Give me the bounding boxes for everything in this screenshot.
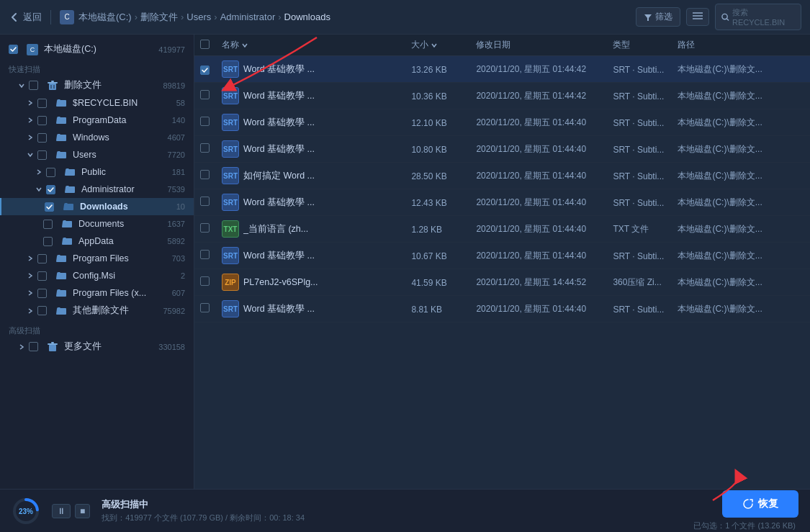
folder-icon-6 xyxy=(64,184,76,195)
table-row[interactable]: ZIP PL7enJ2-v6SPlg... 41.59 KB 2020/11/2… xyxy=(194,269,810,296)
row-check-0[interactable] xyxy=(200,64,222,75)
documents-checkbox[interactable] xyxy=(43,220,53,229)
sidebar-item-admin[interactable]: Administrator 7539 xyxy=(0,181,194,198)
file-checkbox-3[interactable] xyxy=(200,143,210,153)
morefiles-count: 330158 xyxy=(158,343,185,351)
row-check-4[interactable] xyxy=(200,170,222,181)
other-checkbox[interactable] xyxy=(37,306,47,315)
row-check-5[interactable] xyxy=(200,197,222,208)
sidebar-item-other[interactable]: 其他删除文件 75982 xyxy=(0,302,194,320)
header-check[interactable] xyxy=(200,40,222,51)
programfiles-checkbox[interactable] xyxy=(37,254,47,263)
sidebar: C 本地磁盘(C:) 419977 快速扫描 删除文件 89819 xyxy=(0,35,194,489)
file-checkbox-9[interactable] xyxy=(200,303,210,312)
row-type-2: SRT · Subti... xyxy=(613,117,678,128)
row-check-9[interactable] xyxy=(200,303,222,315)
programdata-count: 140 xyxy=(172,116,185,125)
sidebar-item-programfilesx[interactable]: Program Files (x... 607 xyxy=(0,284,194,302)
file-icon-8: ZIP xyxy=(222,274,239,291)
row-name-3: SRT Word 基础教學 ... xyxy=(222,140,411,158)
scan-detail: 找到：419977 个文件 (107.79 GB) / 剩余时间：00: 18:… xyxy=(102,513,682,523)
row-name-8: ZIP PL7enJ2-v6SPlg... xyxy=(222,274,411,291)
sidebar-item-configmsi[interactable]: Config.Msi 2 xyxy=(0,267,194,284)
programdata-checkbox[interactable] xyxy=(37,116,47,125)
sidebar-item-programdata[interactable]: ProgramData 140 xyxy=(0,112,194,129)
file-icon-2: SRT xyxy=(222,114,239,131)
documents-count: 1637 xyxy=(168,220,185,228)
row-name-1: SRT Word 基础教學 ... xyxy=(222,87,411,104)
table-row[interactable]: SRT Word 基础教學 ... 10.36 KB 2020/11/20, 星… xyxy=(194,83,810,109)
folder-icon-3 xyxy=(55,132,67,143)
filter-button[interactable]: 筛选 xyxy=(636,7,680,27)
sidebar-item-recycle[interactable]: $RECYCLE.BIN 58 xyxy=(0,94,194,112)
file-name-5: Word 基础教學 ... xyxy=(243,197,315,209)
sep3: › xyxy=(214,12,217,22)
sidebar-item-windows[interactable]: Windows 4607 xyxy=(0,129,194,146)
row-check-7[interactable] xyxy=(200,250,222,261)
svg-line-5 xyxy=(726,18,729,20)
search-input[interactable]: 搜索RECYCLE.BIN xyxy=(715,4,801,30)
deleted-checkbox[interactable] xyxy=(29,81,38,90)
sidebar-item-documents[interactable]: Documents 1637 xyxy=(0,215,194,233)
file-checkbox-7[interactable] xyxy=(200,250,210,259)
downloads-checkbox[interactable] xyxy=(45,202,54,212)
row-check-1[interactable] xyxy=(200,90,222,102)
row-date-8: 2020/11/20, 星期五 14:44:52 xyxy=(476,276,613,289)
table-row[interactable]: SRT Word 基础教學 ... 12.43 KB 2020/11/20, 星… xyxy=(194,189,810,216)
pause-button[interactable]: ⏸ xyxy=(52,504,71,518)
sidebar-item-public[interactable]: Public 181 xyxy=(0,163,194,181)
row-type-7: SRT · Subti... xyxy=(613,251,678,261)
topbar: 返回 C 本地磁盘(C:) › 删除文件 › Users › Administr… xyxy=(0,0,810,35)
stop-button[interactable]: ■ xyxy=(75,504,90,518)
row-check-2[interactable] xyxy=(200,117,222,128)
appdata-checkbox[interactable] xyxy=(43,237,53,246)
file-name-0: Word 基础教學 ... xyxy=(243,63,315,76)
file-checkbox-4[interactable] xyxy=(200,170,210,179)
programfilesx-checkbox[interactable] xyxy=(37,289,47,298)
sidebar-item-programfiles[interactable]: Program Files 703 xyxy=(0,250,194,267)
hdd-checkbox[interactable] xyxy=(9,45,18,54)
restore-button[interactable]: 恢复 xyxy=(722,490,798,518)
public-checkbox[interactable] xyxy=(46,168,55,177)
sidebar-item-hdd[interactable]: C 本地磁盘(C:) 419977 xyxy=(0,40,194,58)
configmsi-checkbox[interactable] xyxy=(37,271,47,281)
hdd-icon: C xyxy=(27,44,38,55)
configmsi-label: Config.Msi xyxy=(73,271,115,281)
sidebar-item-deleted[interactable]: 删除文件 89819 xyxy=(0,76,194,94)
file-checkbox-0[interactable] xyxy=(200,66,210,75)
row-check-3[interactable] xyxy=(200,143,222,155)
windows-checkbox[interactable] xyxy=(37,133,47,143)
file-name-6: _当前语言 (zh... xyxy=(243,223,308,235)
table-row[interactable]: SRT 如何搞定 Word ... 28.50 KB 2020/11/20, 星… xyxy=(194,163,810,189)
sidebar-item-users[interactable]: Users 7720 xyxy=(0,146,194,163)
row-name-4: SRT 如何搞定 Word ... xyxy=(222,167,411,184)
row-check-8[interactable] xyxy=(200,276,222,288)
table-row[interactable]: SRT Word 基础教學 ... 10.80 KB 2020/11/20, 星… xyxy=(194,136,810,163)
row-check-6[interactable] xyxy=(200,223,222,235)
table-row[interactable]: SRT Word 基础教學 ... 13.26 KB 2020/11/20, 星… xyxy=(194,56,810,83)
sidebar-item-appdata[interactable]: AppData 5892 xyxy=(0,233,194,250)
sidebar-item-downloads[interactable]: Downloads 10 xyxy=(0,198,194,215)
file-checkbox-8[interactable] xyxy=(200,276,210,286)
file-checkbox-1[interactable] xyxy=(200,90,210,99)
back-button[interactable]: 返回 xyxy=(9,11,42,24)
header-checkbox[interactable] xyxy=(200,40,210,49)
table-row[interactable]: SRT Word 基础教學 ... 12.10 KB 2020/11/20, 星… xyxy=(194,109,810,136)
morefiles-checkbox[interactable] xyxy=(29,342,38,351)
file-icon-3: SRT xyxy=(222,140,239,158)
users-checkbox[interactable] xyxy=(37,150,47,160)
table-row[interactable]: SRT Word 基础教學 ... 10.67 KB 2020/11/20, 星… xyxy=(194,243,810,269)
recycle-checkbox[interactable] xyxy=(37,99,47,108)
public-count: 181 xyxy=(172,168,185,176)
file-icon-6: TXT xyxy=(222,220,239,238)
svg-rect-8 xyxy=(51,81,54,82)
file-checkbox-6[interactable] xyxy=(200,223,210,233)
sidebar-item-morefiles[interactable]: 更多文件 330158 xyxy=(0,338,194,356)
selected-info: 已勾选：1 个文件 (13.26 KB) xyxy=(693,520,796,531)
menu-button[interactable] xyxy=(686,8,709,26)
table-row[interactable]: TXT _当前语言 (zh... 1.28 KB 2020/11/20, 星期五… xyxy=(194,216,810,243)
table-row[interactable]: SRT Word 基础教學 ... 8.81 KB 2020/11/20, 星期… xyxy=(194,296,810,323)
file-checkbox-5[interactable] xyxy=(200,197,210,206)
admin-checkbox[interactable] xyxy=(46,185,55,194)
file-checkbox-2[interactable] xyxy=(200,117,210,126)
